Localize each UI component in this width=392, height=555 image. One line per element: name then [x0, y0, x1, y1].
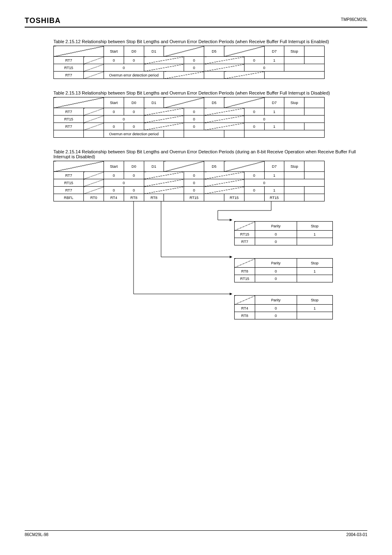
- mini-table-3: ParityStop RT401 RT80: [234, 295, 333, 319]
- table-a-caption: Table 2.15.12 Relationship between Stop …: [53, 39, 367, 44]
- page-footer: 86CM29L-98 2004-03-01: [25, 530, 367, 537]
- footer-page-id: 86CM29L-98: [25, 532, 48, 537]
- doc-id: TMP86CM29L: [341, 17, 367, 22]
- brand-logo: TOSHIBA: [25, 16, 61, 25]
- footer-date: 2004-03-01: [346, 532, 367, 537]
- subtables-area: ParityStop RT1501 RT70 ParityStop RT801 …: [53, 201, 367, 349]
- table-c-caption: Table 2.15.14 Relationship between Stop …: [53, 149, 367, 159]
- mini-table-2: ParityStop RT801 RT150: [234, 258, 333, 282]
- table-a: Start D0 D1 D5 D7 Stop RT7 00 0 01 RT15 …: [53, 46, 325, 79]
- mini-table-1: ParityStop RT1501 RT70: [234, 221, 333, 245]
- table-b: Start D0 D1 D5 D7 Stop RT7 00 0 01 RT15 …: [53, 97, 325, 138]
- table-c: Start D0 D1 D5 D7 Stop RT7 00 0 01 RT15 …: [53, 161, 325, 201]
- table-b-caption: Table 2.15.13 Relationship between Stop …: [53, 90, 367, 95]
